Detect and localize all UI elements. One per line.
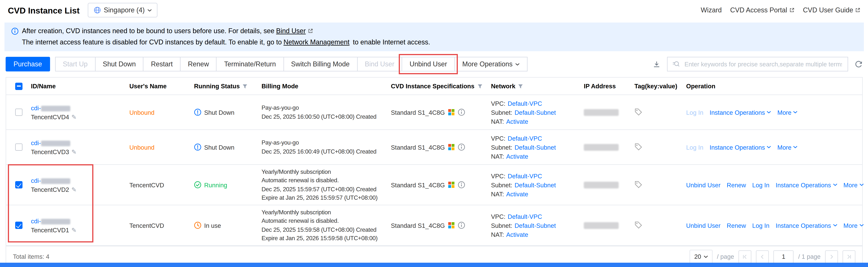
row-checkbox[interactable] <box>15 109 22 116</box>
shut-down-button[interactable]: Shut Down <box>95 57 144 71</box>
instance-id-link[interactable]: cdi- <box>31 217 41 224</box>
more-operations-button[interactable]: More Operations <box>455 57 528 71</box>
vpc-link[interactable]: Default-VPC <box>508 173 542 179</box>
page-size-select[interactable]: 20 <box>690 249 712 264</box>
external-link-icon <box>855 7 861 13</box>
first-page-button[interactable] <box>739 250 751 263</box>
subnet-link[interactable]: Default-Subnet <box>515 181 556 188</box>
banner-line-2: The internet access feature is disabled … <box>11 38 857 47</box>
terminate-return-button[interactable]: Terminate/Return <box>216 57 284 71</box>
col-running-status: Running Status <box>194 83 261 89</box>
op-instance-operations[interactable]: Instance Operations <box>710 144 771 151</box>
page-number-value: 1 <box>782 253 785 260</box>
op-more[interactable]: More <box>777 144 798 151</box>
bind-user-link[interactable]: Bind User <box>276 26 306 36</box>
instance-table: ID/Name User's Name Running Status Billi… <box>6 77 863 267</box>
banner-line-1: After creation, CVD instances need to be… <box>11 26 857 36</box>
download-icon[interactable] <box>652 60 661 68</box>
instance-id-link[interactable]: cdi- <box>31 139 41 146</box>
nat-activate-link[interactable]: Activate <box>506 231 528 238</box>
nat-activate-link[interactable]: Activate <box>506 190 528 197</box>
redacted-id <box>41 141 70 146</box>
spec-info-icon[interactable] <box>458 181 465 188</box>
switch-billing-mode-button[interactable]: Switch Billing Mode <box>283 57 358 71</box>
subnet-link[interactable]: Default-Subnet <box>515 109 556 116</box>
op-renew[interactable]: Renew <box>727 181 746 188</box>
op-more[interactable]: More <box>843 181 864 188</box>
op-more[interactable]: More <box>843 222 864 229</box>
restart-button[interactable]: Restart <box>143 57 181 71</box>
instance-id-link[interactable]: cdi- <box>31 105 41 111</box>
nav-cvd-access-portal[interactable]: CVD Access Portal <box>730 6 795 14</box>
tag-icon[interactable] <box>634 108 642 116</box>
operation-cell: Unbind User Renew Log In Instance Operat… <box>686 181 868 188</box>
bind-user-link-label: Bind User <box>276 26 306 36</box>
select-all-checkbox[interactable] <box>15 83 22 90</box>
tag-icon[interactable] <box>634 180 642 188</box>
nat-activate-link[interactable]: Activate <box>506 153 528 159</box>
op-renew[interactable]: Renew <box>727 222 746 229</box>
tag-icon[interactable] <box>634 221 642 229</box>
nav-wizard-label: Wizard <box>701 6 722 14</box>
spec-info-icon[interactable] <box>458 109 465 116</box>
info-icon <box>11 28 19 35</box>
page: CVD Instance List Singapore (4) Wizard C… <box>0 0 868 267</box>
instance-name: TencentCVD4 <box>31 113 69 120</box>
windows-icon <box>448 144 455 150</box>
op-unbind-user[interactable]: Unbind User <box>686 181 720 188</box>
edit-name-icon[interactable]: ✎ <box>71 113 77 120</box>
filter-icon[interactable] <box>518 83 524 89</box>
purchase-button[interactable]: Purchase <box>6 57 50 71</box>
toolbar: Purchase Start Up Shut Down Restart Rene… <box>6 57 863 71</box>
region-selector[interactable]: Singapore (4) <box>88 3 158 18</box>
col-specifications: CVD Instance Specifications <box>391 83 491 89</box>
unbind-user-button[interactable]: Unbind User <box>402 57 455 71</box>
instance-id-link[interactable]: cdi- <box>31 177 41 184</box>
op-log-in[interactable]: Log In <box>752 181 770 188</box>
edit-name-icon[interactable]: ✎ <box>71 227 77 233</box>
network-management-link[interactable]: Network Management <box>283 38 349 47</box>
vpc-link[interactable]: Default-VPC <box>508 213 542 220</box>
op-log-in: Log In <box>686 109 704 116</box>
op-log-in[interactable]: Log In <box>752 222 770 229</box>
search-input[interactable] <box>683 60 843 68</box>
nat-activate-link[interactable]: Activate <box>506 118 528 125</box>
banner-text-2-body: The internet access feature is disabled … <box>22 38 282 46</box>
prev-page-button[interactable] <box>756 250 769 263</box>
row-checkbox[interactable] <box>15 143 22 151</box>
page-title: CVD Instance List <box>8 5 80 15</box>
spec-info-icon[interactable] <box>458 221 465 229</box>
op-log-in: Log In <box>686 144 704 151</box>
op-more[interactable]: More <box>777 109 798 116</box>
row-checkbox[interactable] <box>15 181 22 188</box>
page-number-input[interactable]: 1 <box>774 250 794 263</box>
globe-icon <box>93 6 101 14</box>
chevron-down-icon <box>515 63 520 66</box>
refresh-icon[interactable] <box>854 60 863 68</box>
toolbar-right <box>652 57 863 71</box>
windows-icon <box>448 109 455 115</box>
nav-cvd-user-guide[interactable]: CVD User Guide <box>803 6 861 14</box>
subnet-link[interactable]: Default-Subnet <box>515 144 556 151</box>
op-instance-operations[interactable]: Instance Operations <box>710 109 771 116</box>
vpc-link[interactable]: Default-VPC <box>508 100 542 107</box>
vpc-link[interactable]: Default-VPC <box>508 135 542 142</box>
renew-button[interactable]: Renew <box>180 57 217 71</box>
row-checkbox[interactable] <box>15 221 22 229</box>
nav-wizard[interactable]: Wizard <box>701 6 722 14</box>
redacted-ip <box>584 182 619 188</box>
per-page-label: / page <box>717 253 734 260</box>
status-in-use-icon <box>194 221 202 229</box>
last-page-button[interactable] <box>842 250 856 263</box>
filter-icon[interactable] <box>242 83 248 89</box>
op-instance-operations[interactable]: Instance Operations <box>776 222 837 229</box>
edit-name-icon[interactable]: ✎ <box>71 186 77 193</box>
op-instance-operations[interactable]: Instance Operations <box>776 181 837 188</box>
next-page-button[interactable] <box>825 250 838 263</box>
tag-icon[interactable] <box>634 143 642 151</box>
edit-name-icon[interactable]: ✎ <box>71 148 77 155</box>
subnet-link[interactable]: Default-Subnet <box>515 222 556 229</box>
op-unbind-user[interactable]: Unbind User <box>686 222 720 229</box>
filter-icon[interactable] <box>477 83 483 89</box>
spec-info-icon[interactable] <box>458 143 465 151</box>
